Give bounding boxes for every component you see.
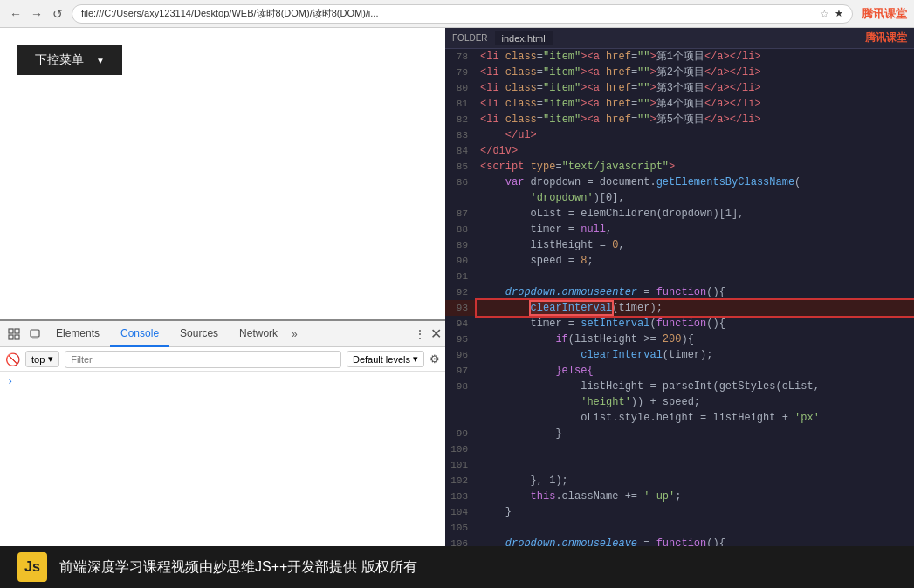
line-content	[477, 441, 914, 457]
more-tabs-btn[interactable]: »	[288, 328, 301, 340]
line-content: clearInterval(timer);	[477, 347, 914, 363]
tab-sources[interactable]: Sources	[169, 321, 229, 347]
line-content	[477, 269, 914, 284]
code-line: 106 dropdown.onmouseleave = function(){	[445, 536, 914, 546]
preview-body: 下控菜单 ▼	[0, 28, 445, 319]
nav-buttons: ← → ↺	[7, 5, 66, 23]
dropdown-button[interactable]: 下控菜单 ▼	[17, 45, 122, 75]
line-number: 84	[445, 143, 477, 159]
device-icon-btn[interactable]	[24, 324, 45, 345]
code-line: 85<script type="text/javascript">	[445, 159, 914, 174]
filter-input[interactable]	[65, 351, 341, 368]
console-arrow-icon[interactable]: ›	[7, 375, 13, 387]
code-line: 81<li class="item"><a href="">第4个项目</a><…	[445, 96, 914, 112]
no-entry-icon[interactable]: 🚫	[5, 352, 20, 366]
line-number: 95	[445, 332, 477, 347]
line-content: }	[477, 504, 914, 520]
line-content: clearInterval(timer);	[477, 300, 914, 316]
line-number: 86	[445, 174, 477, 190]
svg-rect-1	[15, 329, 19, 333]
devtools-menu-btn[interactable]: ⋮	[409, 324, 430, 345]
svg-rect-2	[9, 335, 13, 339]
address-bar[interactable]: file:///C:/Users/axy123114/Desktop/WEB/读…	[72, 4, 853, 24]
line-content: speed = 8;	[477, 253, 914, 269]
level-label: Default levels	[353, 354, 410, 365]
svg-rect-5	[32, 338, 38, 338]
forward-btn[interactable]: →	[28, 5, 45, 23]
line-content	[477, 457, 914, 473]
code-line: 78<li class="item"><a href="">第1个项目</a><…	[445, 49, 914, 65]
browser-bar: ← → ↺ file:///C:/Users/axy123114/Desktop…	[0, 0, 914, 28]
code-line: 83 </ul>	[445, 127, 914, 143]
line-number: 90	[445, 253, 477, 269]
bookmark-icon: ★	[835, 8, 843, 19]
line-number: 78	[445, 49, 477, 65]
code-header: FOLDER index.html 腾讯课堂	[445, 28, 914, 49]
line-content: timer = setInterval(function(){	[477, 316, 914, 332]
preview-area: 下控菜单 ▼	[0, 28, 445, 319]
line-number: 88	[445, 222, 477, 237]
code-line: 103 this.className += ' up';	[445, 489, 914, 504]
code-line: 96 clearInterval(timer);	[445, 347, 914, 363]
js-badge: Js	[17, 552, 47, 582]
line-content	[477, 520, 914, 536]
code-line: 102 }, 1);	[445, 473, 914, 489]
line-number: 93	[445, 300, 477, 316]
star-icon: ☆	[820, 8, 829, 20]
svg-rect-4	[31, 330, 39, 337]
line-content: <li class="item"><a href="">第5个项目</a></l…	[477, 112, 914, 127]
line-number: 91	[445, 269, 477, 284]
tab-network[interactable]: Network	[229, 321, 288, 347]
line-content: <li class="item"><a href="">第3个项目</a></l…	[477, 80, 914, 96]
line-number: 82	[445, 112, 477, 127]
line-content: <li class="item"><a href="">第1个项目</a></l…	[477, 49, 914, 65]
gear-btn[interactable]: ⚙	[430, 352, 440, 366]
tencent-badge: 腾讯课堂	[865, 31, 907, 45]
line-number: 92	[445, 284, 477, 300]
line-content: 'height')) + speed;	[477, 394, 914, 410]
file-tab[interactable]: index.html	[495, 31, 553, 45]
line-content: }, 1);	[477, 473, 914, 489]
tencent-logo: 腾讯课堂	[862, 6, 907, 22]
line-number: 81	[445, 96, 477, 112]
code-line: 93 clearInterval(timer);	[445, 300, 914, 316]
code-line: 89 listHeight = 0,	[445, 237, 914, 253]
line-number: 79	[445, 65, 477, 80]
code-line: 84</div>	[445, 143, 914, 159]
line-number: 87	[445, 206, 477, 222]
svg-rect-0	[9, 329, 13, 333]
refresh-btn[interactable]: ↺	[49, 5, 66, 23]
svg-rect-3	[15, 335, 19, 339]
line-content: var dropdown = document.getElementsByCla…	[477, 174, 914, 190]
tab-elements[interactable]: Elements	[45, 321, 110, 347]
line-number: 103	[445, 489, 477, 504]
line-content: <script type="text/javascript">	[477, 159, 914, 174]
context-selector[interactable]: top ▾	[25, 351, 59, 367]
line-number	[445, 410, 477, 426]
line-number: 80	[445, 80, 477, 96]
watermark-text: 前端深度学习课程视频由妙思维JS++开发部提供 版权所有	[59, 558, 417, 577]
line-number: 105	[445, 520, 477, 536]
code-line: 86 var dropdown = document.getElementsBy…	[445, 174, 914, 190]
line-content: listHeight = parseInt(getStyles(oList,	[477, 379, 914, 394]
line-number: 106	[445, 536, 477, 546]
line-content: if(listHeight >= 200){	[477, 332, 914, 347]
inspect-icon-btn[interactable]	[3, 324, 24, 345]
line-content: </ul>	[477, 127, 914, 143]
line-number: 99	[445, 426, 477, 441]
code-line: 92 dropdown.onmouseenter = function(){	[445, 284, 914, 300]
line-content: <li class="item"><a href="">第4个项目</a></l…	[477, 96, 914, 112]
code-body: 78<li class="item"><a href="">第1个项目</a><…	[445, 49, 914, 546]
devtools-close-btn[interactable]: ✕	[430, 325, 442, 342]
level-arrow-icon: ▾	[413, 353, 418, 365]
tab-console[interactable]: Console	[110, 321, 169, 347]
code-line: 101	[445, 457, 914, 473]
line-number: 85	[445, 159, 477, 174]
code-line: 100	[445, 441, 914, 457]
code-line: 87 oList = elemChildren(dropdown)[1],	[445, 206, 914, 222]
level-selector[interactable]: Default levels ▾	[347, 351, 424, 367]
line-content: oList = elemChildren(dropdown)[1],	[477, 206, 914, 222]
line-content: <li class="item"><a href="">第2个项目</a></l…	[477, 65, 914, 80]
line-number	[445, 394, 477, 410]
back-btn[interactable]: ←	[7, 5, 24, 23]
